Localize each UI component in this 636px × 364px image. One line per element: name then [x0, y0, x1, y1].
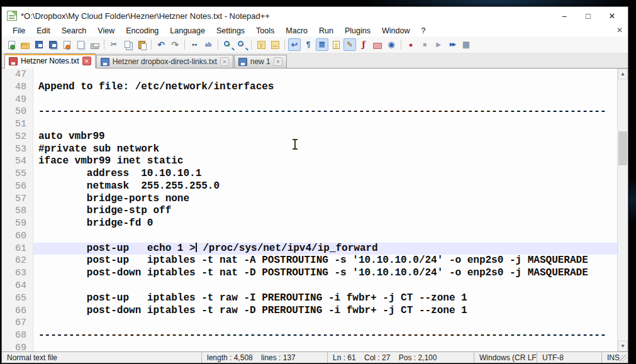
- editor-line-49[interactable]: [33, 94, 617, 106]
- tab-hetzner-dropbox-direct-links-txt[interactable]: Hetzner dropbox-direct-links.txt: [96, 55, 233, 68]
- toolbar-open-folder-button[interactable]: [19, 38, 31, 51]
- toolbar-find-button[interactable]: [188, 38, 201, 51]
- tab-hetzner-notes-txt[interactable]: Hetzner Notes.txt: [4, 53, 96, 69]
- editor-line-48[interactable]: Append to file: /etc/network/interfaces: [33, 81, 617, 94]
- toolbar-playback-macro-button[interactable]: [432, 38, 445, 51]
- saved-file-icon: [238, 58, 247, 66]
- notepadpp-window: *O:\Dropbox\My Cloud Folder\Hezner\Hetzn…: [1, 6, 628, 363]
- toolbar-close-file-button[interactable]: [60, 38, 73, 51]
- toolbar-define-language-button[interactable]: [343, 38, 356, 51]
- maximize-button[interactable]: □: [576, 8, 600, 24]
- editor-line-63[interactable]: post-down iptables -t nat -D POSTROUTING…: [33, 267, 617, 280]
- tab-close-icon[interactable]: [274, 57, 282, 66]
- toolbar-close-all-files-button[interactable]: [74, 38, 87, 51]
- minimize-button[interactable]: –: [552, 8, 576, 24]
- toolbar-redo-button[interactable]: [169, 38, 181, 51]
- toolbar-cut-button[interactable]: [108, 38, 120, 51]
- vertical-scrollbar[interactable]: [617, 69, 628, 351]
- run-macro-multiple-icon: [447, 40, 457, 50]
- editor-line-60[interactable]: [33, 230, 617, 243]
- toolbar-word-wrap-button[interactable]: [288, 38, 301, 51]
- toolbar-divider: [284, 40, 285, 50]
- tab-close-icon[interactable]: [82, 57, 91, 65]
- menu-item-view[interactable]: View: [92, 26, 120, 36]
- doc-map-icon: [333, 41, 340, 49]
- toolbar-record-macro-button[interactable]: [404, 38, 417, 51]
- menu-item-run[interactable]: Run: [313, 26, 339, 36]
- scroll-up-icon[interactable]: [618, 69, 628, 79]
- toolbar-function-list-button[interactable]: [357, 38, 370, 51]
- menu-item-settings[interactable]: Settings: [211, 26, 250, 36]
- menu-item-help[interactable]: ?: [415, 26, 431, 36]
- cut-icon: [109, 40, 119, 50]
- menu-item-search[interactable]: Search: [56, 26, 92, 36]
- sync-vertical-icon: [257, 41, 265, 49]
- toolbar-zoom-out-button[interactable]: [235, 38, 248, 51]
- menu-item-macro[interactable]: Macro: [280, 26, 313, 36]
- toolbar-stop-recording-button[interactable]: [418, 38, 431, 51]
- menu-item-tools[interactable]: Tools: [250, 26, 280, 36]
- toolbar-save-button[interactable]: [33, 38, 45, 51]
- line-number: 66: [2, 305, 26, 317]
- editor-line-62[interactable]: post-up iptables -t nat -A POSTROUTING -…: [33, 255, 617, 267]
- define-language-icon: [345, 40, 355, 50]
- resize-grip-icon[interactable]: [620, 355, 627, 362]
- tab-close-icon[interactable]: [220, 57, 229, 66]
- editor-line-59[interactable]: bridge-fd 0: [33, 218, 617, 230]
- toolbar-copy-button[interactable]: [121, 38, 134, 51]
- line-number-gutter: 4748495051525354555657585960616263646566…: [2, 69, 33, 351]
- toolbar-indent-guide-button[interactable]: [316, 38, 328, 51]
- menu-item-window[interactable]: Window: [376, 26, 415, 36]
- editor-area[interactable]: 4748495051525354555657585960616263646566…: [2, 69, 628, 351]
- toolbar-monitoring-button[interactable]: [385, 38, 398, 51]
- toolbar-new-file-button[interactable]: [5, 38, 18, 51]
- toolbar-show-all-characters-button[interactable]: [302, 38, 315, 51]
- toolbar-paste-button[interactable]: [135, 38, 148, 51]
- toolbar-sync-horizontal-button[interactable]: [269, 38, 281, 51]
- menu-item-edit[interactable]: Edit: [31, 26, 56, 36]
- toolbar-zoom-in-button[interactable]: [221, 38, 234, 51]
- editor-line-64[interactable]: [33, 280, 617, 292]
- text-column[interactable]: Append to file: /etc/network/interfaces-…: [33, 69, 617, 351]
- line-number: 47: [2, 69, 26, 81]
- editor-line-55[interactable]: address 10.10.10.1: [33, 168, 617, 180]
- toolbar-run-macro-multiple-button[interactable]: [446, 38, 459, 51]
- menu-item-language[interactable]: Language: [164, 26, 211, 36]
- menu-item-file[interactable]: File: [7, 26, 31, 36]
- toolbar-save-all-button[interactable]: [47, 38, 59, 51]
- editor-line-66[interactable]: post-down iptables -t raw -D PREROUTING …: [33, 305, 617, 317]
- editor-line-57[interactable]: bridge-ports none: [33, 193, 617, 206]
- toolbar-sync-vertical-button[interactable]: [255, 38, 267, 51]
- editor-line-68[interactable]: ----------------------------------------…: [33, 329, 617, 342]
- editor-line-50[interactable]: ----------------------------------------…: [33, 106, 617, 118]
- editor-line-69[interactable]: [33, 342, 617, 351]
- toolbar-replace-button[interactable]: [202, 38, 215, 51]
- scroll-down-icon[interactable]: [618, 341, 628, 351]
- tab-new-1[interactable]: new 1: [234, 55, 287, 68]
- editor-line-67[interactable]: [33, 317, 617, 329]
- close-button[interactable]: ✕: [600, 8, 624, 24]
- toolbar-save-recorded-macro-button[interactable]: [460, 38, 472, 51]
- scrollbar-thumb[interactable]: [618, 131, 627, 165]
- editor-line-53[interactable]: #private sub network: [33, 143, 617, 156]
- editor-line-61[interactable]: post-up echo 1 > /proc/sys/net/ipv4/ip_f…: [33, 243, 617, 255]
- editor-line-51[interactable]: [33, 118, 617, 131]
- saved-file-icon: [101, 58, 109, 66]
- toolbar-folder-as-workspace-button[interactable]: [371, 38, 384, 51]
- editor-line-47[interactable]: [33, 69, 617, 81]
- menu-item-plugins[interactable]: Plugins: [339, 26, 376, 36]
- open-folder-icon: [21, 43, 30, 49]
- editor-line-58[interactable]: bridge-stp off: [33, 205, 617, 218]
- toolbar-print-button[interactable]: [88, 38, 101, 51]
- find-icon: [189, 40, 199, 50]
- toolbar-divider: [104, 40, 104, 50]
- editor-line-54[interactable]: iface vmbr99 inet static: [33, 155, 617, 168]
- editor-line-56[interactable]: netmask 255.255.255.0: [33, 180, 617, 193]
- editor-line-65[interactable]: post-up iptables -t raw -I PREROUTING -i…: [33, 292, 617, 305]
- editor-line-52[interactable]: auto vmbr99: [33, 131, 617, 143]
- toolbar-doc-map-button[interactable]: [330, 38, 342, 51]
- menu-item-encoding[interactable]: Encoding: [120, 26, 164, 36]
- toolbar-undo-button[interactable]: [155, 38, 167, 51]
- toolbar-divider: [184, 40, 185, 50]
- menubar-close-icon[interactable]: [616, 26, 623, 35]
